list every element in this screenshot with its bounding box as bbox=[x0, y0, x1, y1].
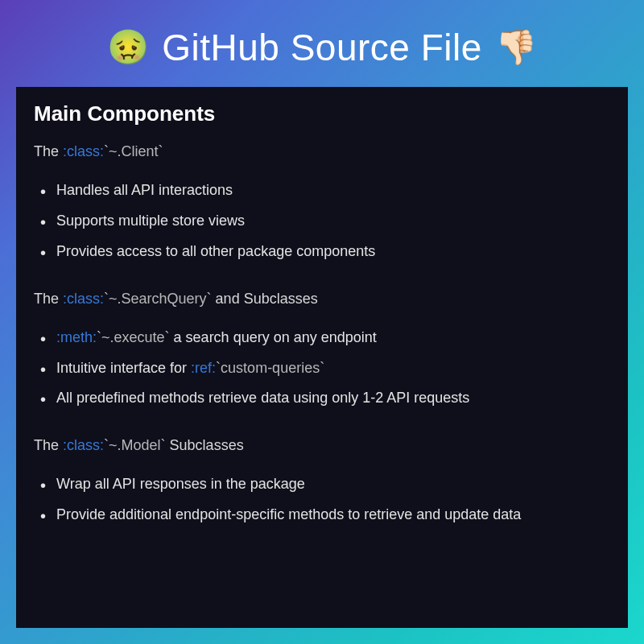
list-item: Handles all API interactions bbox=[56, 175, 610, 206]
list-item: All predefined methods retrieve data usi… bbox=[56, 383, 610, 414]
list-item: Supports multiple store views bbox=[56, 206, 610, 237]
list-item: :meth:`~.execute` a search query on any … bbox=[56, 323, 610, 353]
section-intro: The :class:`~.Model` Subclasses bbox=[34, 435, 610, 456]
thumbs-down-icon: 👎🏻 bbox=[495, 31, 537, 64]
title-row: 🤢 GitHub Source File 👎🏻 bbox=[107, 26, 537, 69]
nauseated-face-icon: 🤢 bbox=[107, 31, 149, 64]
list-item: Wrap all API responses in the package bbox=[56, 469, 610, 500]
section-intro: The :class:`~.Client` bbox=[34, 141, 610, 163]
section-heading: Main Components bbox=[34, 101, 610, 126]
slide: 🤢 GitHub Source File 👎🏻 Main Components … bbox=[0, 0, 644, 644]
bullet-list: Wrap all API responses in the packagePro… bbox=[56, 469, 610, 530]
title-bar: 🤢 GitHub Source File 👎🏻 bbox=[0, 0, 644, 87]
slide-title: GitHub Source File bbox=[162, 26, 482, 69]
content-panel: Main Components The :class:`~.Client`Han… bbox=[16, 87, 628, 628]
bullet-list: :meth:`~.execute` a search query on any … bbox=[56, 323, 610, 415]
list-item: Intuitive interface for :ref:`custom-que… bbox=[56, 353, 610, 384]
list-item: Provides access to all other package com… bbox=[56, 237, 610, 267]
section-intro: The :class:`~.SearchQuery` and Subclasse… bbox=[34, 288, 610, 310]
sections-container: The :class:`~.Client`Handles all API int… bbox=[34, 141, 610, 530]
list-item: Provide additional endpoint-specific met… bbox=[56, 500, 610, 530]
bullet-list: Handles all API interactionsSupports mul… bbox=[56, 175, 610, 267]
